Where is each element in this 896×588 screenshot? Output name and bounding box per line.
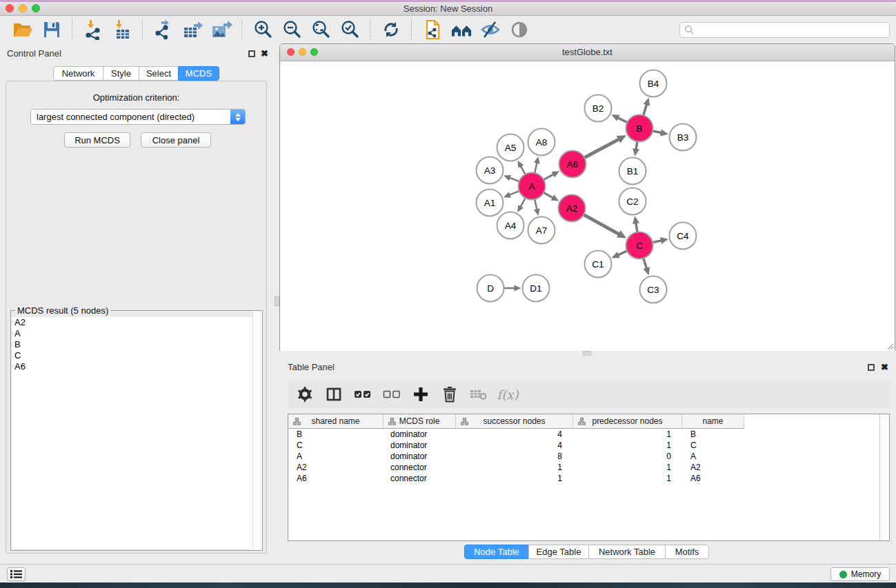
graph-edge[interactable] (520, 165, 525, 174)
mcds-result-item[interactable]: C (12, 350, 261, 361)
column-header-shared-name[interactable]: shared name (288, 414, 384, 429)
show-all-icon[interactable] (508, 19, 530, 40)
table-cell: 1 (573, 440, 682, 450)
graph-edge[interactable] (617, 251, 627, 255)
zoom-out-icon[interactable] (281, 19, 303, 40)
float-table-panel-icon[interactable] (868, 364, 875, 371)
column-header-predecessor-nodes[interactable]: predecessor nodes (573, 414, 682, 429)
zoom-in-icon[interactable] (252, 19, 274, 40)
close-panel-icon[interactable]: ✖ (261, 50, 268, 57)
graph-edge[interactable] (509, 177, 519, 181)
graph-edge[interactable] (653, 241, 662, 243)
column-label: shared name (311, 416, 359, 426)
mcds-panel: Optimization criterion: largest connecte… (6, 81, 267, 554)
save-session-icon[interactable] (41, 19, 63, 40)
vertical-splitter-grip[interactable] (275, 296, 279, 306)
deselect-all-icon[interactable] (381, 385, 402, 404)
tab-node-table[interactable]: Node Table (464, 545, 529, 559)
column-header-name[interactable]: name (682, 414, 744, 429)
import-table-icon[interactable] (111, 19, 133, 40)
graph-edge[interactable] (508, 191, 519, 195)
graph-edge[interactable] (617, 117, 628, 122)
mcds-result-scrollbar[interactable] (252, 311, 262, 550)
graph-edge[interactable] (535, 162, 537, 173)
table-mode-gear-icon[interactable] (295, 385, 315, 404)
refresh-layout-icon[interactable] (380, 19, 402, 40)
float-panel-icon[interactable] (248, 50, 255, 57)
export-network-icon[interactable] (152, 19, 175, 40)
new-network-from-selection-icon[interactable] (421, 19, 444, 40)
table-row[interactable]: A6connector11A6 (288, 473, 889, 484)
graph-edge-arrowhead (644, 98, 650, 106)
close-table-panel-icon[interactable]: ✖ (881, 363, 888, 371)
graph-edge[interactable] (535, 199, 537, 210)
tab-network[interactable]: Network (53, 66, 103, 81)
table-cell: 1 (456, 474, 573, 483)
resize-grip-icon[interactable] (886, 342, 894, 350)
tab-style[interactable]: Style (103, 66, 139, 81)
zoom-selected-icon[interactable] (339, 19, 361, 40)
mcds-result-item[interactable]: A (12, 328, 261, 339)
mcds-result-item[interactable]: A2 (12, 317, 261, 328)
criterion-dropdown[interactable]: largest connected component (directed) (30, 109, 246, 125)
table-cell: 4 (456, 429, 573, 439)
create-column-icon[interactable] (410, 385, 431, 404)
graph-edge[interactable] (653, 131, 662, 133)
graph-edge-arrowhead (633, 148, 639, 156)
column-header-successor-nodes[interactable]: successor nodes (456, 414, 573, 429)
graph-edge-arrowhead (504, 175, 511, 181)
tab-select[interactable]: Select (139, 66, 179, 81)
table-row[interactable]: Cdominator41C (288, 440, 889, 451)
zoom-fit-icon[interactable] (310, 19, 332, 40)
table-row[interactable]: Adominator80A (288, 451, 889, 462)
export-image-icon[interactable] (210, 19, 232, 40)
first-neighbors-icon[interactable] (450, 19, 472, 40)
hierarchy-icon (461, 418, 468, 425)
mcds-result-list[interactable]: A2ABCA6 (12, 317, 261, 549)
horizontal-splitter-grip[interactable] (583, 351, 591, 356)
network-window-titlebar[interactable]: testGlobe.txt (280, 44, 895, 61)
graph-edge[interactable] (584, 214, 619, 234)
tab-mcds[interactable]: MCDS (178, 66, 219, 81)
show-columns-icon[interactable] (323, 385, 344, 404)
table-row[interactable]: Bdominator41B (288, 429, 889, 440)
tab-network-table[interactable]: Network Table (588, 545, 666, 559)
control-panel: Control Panel ✖ Network Style Select MCD… (0, 43, 274, 564)
graph-edge[interactable] (644, 258, 647, 270)
network-canvas[interactable]: AA1A2A3A4A5A6A7A8BB1B2B3B4CC1C2C3C4DD1 (280, 61, 895, 351)
hierarchy-icon (388, 418, 396, 425)
graph-edge[interactable] (644, 103, 647, 115)
open-session-icon[interactable] (12, 19, 34, 40)
column-header-mcds-role[interactable]: MCDS role (384, 414, 456, 429)
table-cell: dominator (384, 440, 456, 450)
run-mcds-button[interactable]: Run MCDS (64, 132, 130, 148)
delete-column-icon[interactable] (439, 385, 460, 404)
mcds-result-item[interactable]: A6 (12, 361, 261, 372)
toolbar-separator (142, 19, 143, 40)
tab-edge-table[interactable]: Edge Table (528, 545, 589, 559)
table-cell: A (682, 452, 744, 461)
table-row[interactable]: A2connector11A2 (288, 462, 889, 473)
graph-edge-arrowhead (633, 216, 639, 224)
graph-edge[interactable] (520, 198, 526, 207)
tab-motifs[interactable]: Motifs (665, 545, 709, 559)
graph-edge[interactable] (544, 192, 554, 198)
graph-node-label: A3 (484, 165, 496, 176)
graph-node-label: B3 (677, 132, 689, 143)
graph-edge[interactable] (636, 222, 637, 232)
graph-edge[interactable] (584, 139, 619, 157)
table-scrollbar[interactable] (879, 414, 889, 540)
mcds-result-item[interactable]: B (12, 339, 261, 350)
import-network-icon[interactable] (82, 19, 104, 40)
hide-selected-icon[interactable] (479, 19, 501, 40)
table-cell: 1 (573, 463, 682, 472)
memory-button[interactable]: Memory (830, 567, 890, 581)
export-table-icon[interactable] (181, 19, 203, 40)
task-history-button[interactable] (7, 567, 26, 581)
select-all-check-icon[interactable] (352, 385, 373, 404)
graph-edge[interactable] (544, 174, 554, 179)
memory-status-icon (839, 571, 847, 578)
search-input[interactable] (679, 22, 890, 38)
optimization-criterion-label: Optimization criterion: (6, 92, 266, 103)
close-panel-button[interactable]: Close panel (141, 132, 211, 148)
